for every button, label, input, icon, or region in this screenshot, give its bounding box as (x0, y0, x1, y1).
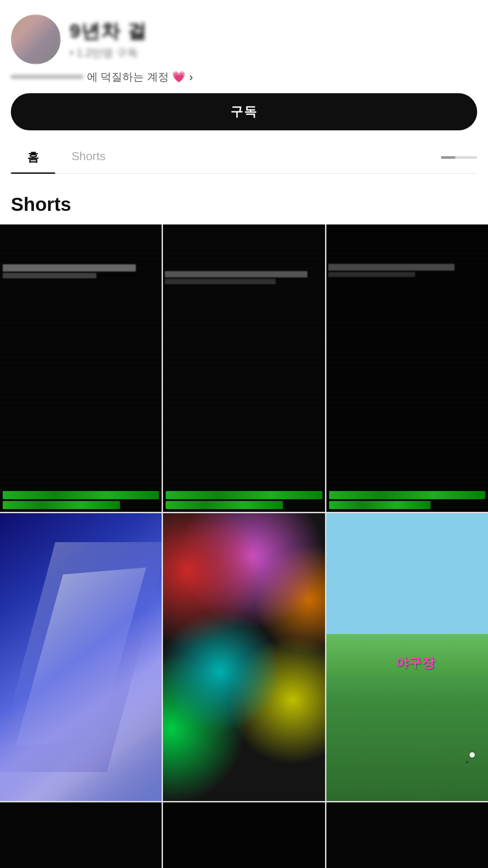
shorts-grid: 야구장 (0, 224, 488, 868)
short-thumb-4[interactable] (0, 513, 162, 801)
outdoor-text-overlay: 야구장 (396, 654, 435, 672)
shorts-section-title: Shorts (0, 194, 488, 224)
channel-description-row[interactable]: ••••••••••••••••••• 에 덕질하는 계정 💗 › (11, 70, 477, 84)
tab-shorts[interactable]: Shorts (55, 141, 122, 173)
short-thumb-8[interactable] (163, 802, 325, 868)
description-suffix: 에 덕질하는 계정 💗 (87, 70, 186, 84)
short-thumb-3[interactable] (326, 224, 488, 512)
subscribe-button[interactable]: 구독 (11, 93, 477, 130)
chevron-right-icon[interactable]: › (189, 70, 193, 84)
short-thumb-7[interactable] (0, 802, 162, 868)
avatar[interactable] (11, 14, 61, 64)
short-thumb-5[interactable] (163, 513, 325, 801)
short-thumb-1[interactable] (0, 224, 162, 512)
short-thumb-9[interactable] (326, 802, 488, 868)
tabs-row: 홈 Shorts (11, 141, 477, 174)
channel-name: 9년차 걸 (70, 19, 477, 44)
short-thumb-2[interactable] (163, 224, 325, 512)
shorts-section: Shorts (0, 181, 488, 868)
channel-handle: • 1.2만명 구독 (70, 46, 477, 60)
short-thumb-6[interactable]: 야구장 (326, 513, 488, 801)
tab-home[interactable]: 홈 (11, 141, 55, 173)
description-text: ••••••••••••••••••• (11, 71, 83, 83)
channel-name-block: 9년차 걸 • 1.2만명 구독 (70, 19, 477, 60)
channel-header: 9년차 걸 • 1.2만명 구독 ••••••••••••••••••• 에 덕… (0, 0, 488, 181)
channel-info-row: 9년차 걸 • 1.2만명 구독 (11, 14, 477, 64)
